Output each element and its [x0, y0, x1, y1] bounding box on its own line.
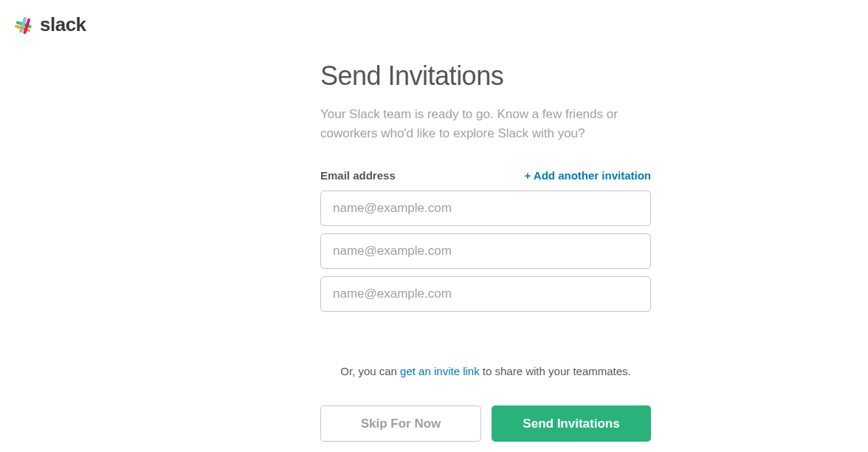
- button-row: Skip For Now Send Invitations: [320, 405, 651, 442]
- add-another-invitation-link[interactable]: + Add another invitation: [524, 169, 651, 182]
- alt-prefix: Or, you can: [340, 365, 400, 377]
- email-input-3[interactable]: [320, 276, 651, 312]
- email-input-2[interactable]: [320, 233, 651, 269]
- form-header: Email address + Add another invitation: [320, 169, 651, 182]
- skip-button[interactable]: Skip For Now: [320, 405, 481, 442]
- alt-text: Or, you can get an invite link to share …: [320, 365, 651, 377]
- get-invite-link[interactable]: get an invite link: [400, 365, 480, 377]
- main-content: Send Invitations Your Slack team is read…: [320, 61, 651, 442]
- page-subtitle: Your Slack team is ready to go. Know a f…: [320, 105, 651, 143]
- slack-icon: [13, 15, 34, 35]
- page-title: Send Invitations: [320, 61, 651, 92]
- alt-suffix: to share with your teammates.: [480, 365, 631, 377]
- email-input-1[interactable]: [320, 191, 651, 226]
- send-invitations-button[interactable]: Send Invitations: [492, 405, 651, 442]
- brand-logo[interactable]: slack: [13, 13, 86, 36]
- logo-text: slack: [40, 13, 86, 36]
- email-label: Email address: [320, 169, 396, 182]
